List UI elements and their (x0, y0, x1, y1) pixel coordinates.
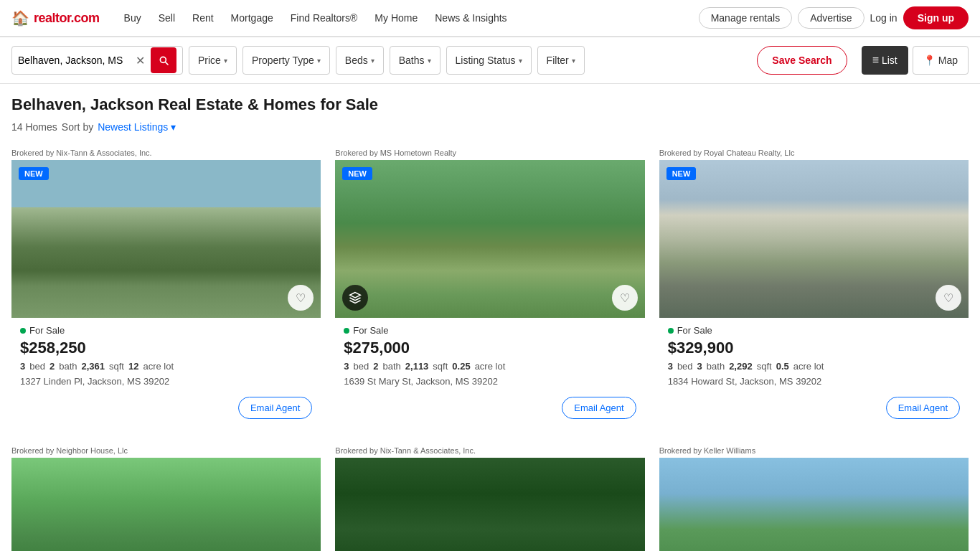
sqft-value: 2,113 (405, 361, 429, 372)
listing-card: Brokered by Nix-Tann & Associates, Inc. (335, 442, 644, 551)
list-icon: ≡ (872, 54, 879, 67)
favorite-button[interactable]: ♡ (936, 285, 961, 311)
listing-status-filter-label: Listing Status (456, 55, 516, 66)
nav-find-realtors[interactable]: Find Realtors® (283, 8, 365, 28)
address: 1327 Linden Pl, Jackson, MS 39202 (20, 376, 312, 387)
sqft-value: 2,361 (81, 361, 105, 372)
broker-label: Brokered by Nix-Tann & Associates, Inc. (335, 442, 644, 458)
nav-rent[interactable]: Rent (185, 8, 221, 28)
signup-button[interactable]: Sign up (903, 6, 969, 29)
search-input[interactable] (18, 55, 133, 66)
sort-button[interactable]: Newest Listings ▾ (98, 121, 176, 133)
sort-chevron-icon: ▾ (171, 121, 176, 133)
price-filter-button[interactable]: Price ▾ (189, 46, 237, 75)
listing-card: Brokered by MS Hometown Realty NEW ♡ For… (335, 144, 644, 428)
advertise-button[interactable]: Advertise (798, 7, 864, 29)
listing-card: Brokered by Neighbor House, Llc (11, 442, 321, 551)
listing-card: Brokered by Keller Williams (659, 442, 969, 551)
sort-value-label: Newest Listings (98, 121, 168, 133)
nav-news-insights[interactable]: News & Insights (428, 8, 514, 28)
baths-filter-label: Baths (399, 55, 425, 66)
status-label: For Sale (353, 325, 388, 336)
map-view-button[interactable]: 📍 Map (913, 46, 969, 75)
price: $258,250 (20, 339, 312, 357)
nav-mortgage[interactable]: Mortgage (224, 8, 281, 28)
broker-label: Brokered by Royal Chateau Realty, Llc (659, 144, 969, 160)
card-footer: Email Agent (20, 394, 312, 419)
sort-by-label: Sort by (62, 121, 93, 133)
new-badge: NEW (342, 167, 372, 180)
page-title: Belhaven, Jackson Real Estate & Homes fo… (11, 95, 969, 114)
card-body: For Sale $275,000 3 bed 2 bath 2,113 sqf… (335, 318, 644, 428)
baths-filter-button[interactable]: Baths ▾ (390, 46, 440, 75)
broker-label: Brokered by Nix-Tann & Associates, Inc. (11, 144, 321, 160)
logo[interactable]: 🏠 realtor.com (11, 9, 100, 27)
price-chevron-icon: ▾ (224, 57, 227, 65)
logo-text: realtor.com (34, 11, 100, 26)
beds-filter-button[interactable]: Beds ▾ (336, 46, 384, 75)
clear-search-button[interactable]: ✕ (133, 54, 148, 67)
status-label: For Sale (29, 325, 65, 336)
logo-house-icon: 🏠 (11, 9, 29, 27)
card-body: For Sale $329,900 3 bed 3 bath 2,292 sqf… (659, 318, 969, 428)
email-agent-button[interactable]: Email Agent (886, 397, 960, 419)
lot-value: 0.25 (452, 361, 470, 372)
beds-value: 3 (668, 361, 673, 372)
beds-label: bed (354, 361, 369, 372)
header-actions: Manage rentals Advertise Log in Sign up (699, 6, 969, 29)
sqft-label: sqft (757, 361, 772, 372)
specs: 3 bed 2 bath 2,113 sqft 0.25 acre lot (344, 361, 636, 372)
status-dot (344, 328, 349, 334)
homes-count: 14 Homes (11, 121, 57, 133)
email-agent-button[interactable]: Email Agent (562, 397, 636, 419)
nav-my-home[interactable]: My Home (367, 8, 425, 28)
beds-label: bed (677, 361, 693, 372)
lot-value: 12 (128, 361, 138, 372)
beds-value: 3 (344, 361, 349, 372)
address-line1: 1834 Howard St, (668, 376, 738, 387)
card-image-wrap (335, 458, 644, 551)
baths-label: bath (59, 361, 77, 372)
search-go-button[interactable] (151, 47, 176, 73)
view-toggle: ≡ List 📍 Map (862, 46, 969, 75)
manage-rentals-button[interactable]: Manage rentals (699, 7, 793, 29)
address-line2: Jackson, MS 39202 (88, 376, 169, 387)
header: 🏠 realtor.com Buy Sell Rent Mortgage Fin… (0, 0, 980, 37)
status-dot (668, 328, 674, 334)
listing-status-filter-button[interactable]: Listing Status ▾ (446, 46, 532, 75)
card-image-wrap (11, 458, 321, 551)
lot-value: 0.5 (776, 361, 789, 372)
sqft-value: 2,292 (729, 361, 753, 372)
address-line1: 1327 Linden Pl, (20, 376, 85, 387)
card-footer: Email Agent (344, 394, 636, 419)
beds-value: 3 (20, 361, 25, 372)
broker-label: Brokered by Keller Williams (659, 442, 969, 458)
address-line2: Jackson, MS 39202 (416, 376, 498, 387)
nav-sell[interactable]: Sell (151, 8, 182, 28)
specs: 3 bed 3 bath 2,292 sqft 0.5 acre lot (668, 361, 960, 372)
address: 1834 Howard St, Jackson, MS 39202 (668, 376, 960, 387)
save-search-button[interactable]: Save Search (757, 46, 847, 75)
main-nav: Buy Sell Rent Mortgage Find Realtors® My… (117, 8, 699, 28)
main-content: Belhaven, Jackson Real Estate & Homes fo… (0, 84, 980, 551)
property-type-filter-button[interactable]: Property Type ▾ (242, 46, 330, 75)
favorite-button[interactable]: ♡ (612, 285, 638, 311)
more-filter-button[interactable]: Filter ▾ (537, 46, 585, 75)
card-image-wrap: NEW ♡ (335, 160, 644, 318)
list-view-label: List (882, 55, 897, 66)
filter-chevron-icon: ▾ (572, 57, 575, 65)
new-badge: NEW (19, 167, 49, 180)
map-view-label: Map (938, 55, 958, 66)
card-image-wrap: NEW ♡ (659, 160, 969, 318)
nav-buy[interactable]: Buy (117, 8, 149, 28)
baths-chevron-icon: ▾ (428, 57, 431, 65)
beds-chevron-icon: ▾ (371, 57, 374, 65)
status-label: For Sale (677, 325, 712, 336)
lot-label: acre lot (793, 361, 824, 372)
login-button[interactable]: Log in (870, 12, 897, 24)
address-line1: 1639 St Mary St, (344, 376, 413, 387)
list-view-button[interactable]: ≡ List (862, 46, 908, 75)
baths-label: bath (383, 361, 401, 372)
email-agent-button[interactable]: Email Agent (238, 397, 312, 419)
card-body: For Sale $258,250 3 bed 2 bath 2,361 sqf… (11, 318, 321, 428)
